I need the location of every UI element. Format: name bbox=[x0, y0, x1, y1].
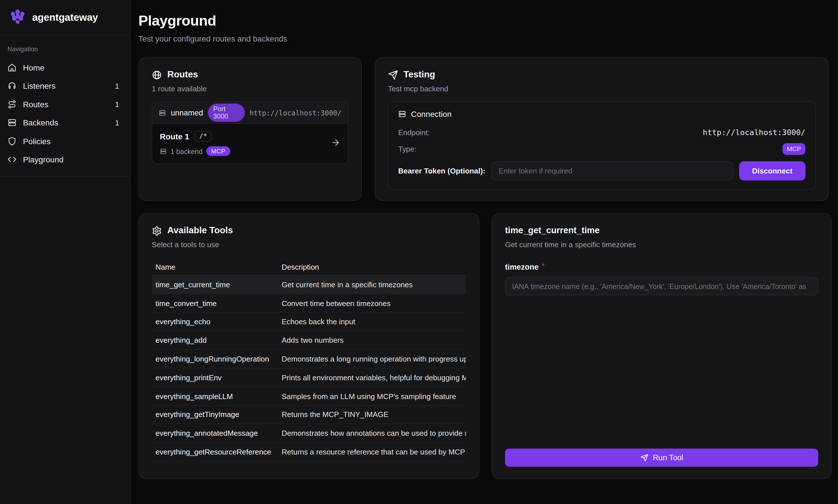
connection-panel: Connection Endpoint: http://localhost:30… bbox=[388, 102, 816, 190]
sidebar-item-label: Routes bbox=[23, 100, 48, 109]
sidebar-nav: Home Listeners 1 Routes 1 Backends 1 Pol… bbox=[0, 58, 130, 169]
sidebar-item-home[interactable]: Home bbox=[0, 58, 130, 77]
tool-row[interactable]: everything_addAdds two numbers bbox=[152, 331, 466, 350]
send-icon bbox=[640, 454, 648, 462]
tools-table-header: Name Description bbox=[152, 259, 466, 276]
tool-description: Echoes back the input bbox=[281, 318, 466, 326]
tool-description: Adds two numbers bbox=[281, 336, 466, 345]
tool-detail-title: time_get_current_time bbox=[505, 225, 818, 235]
backend-count: 1 backend bbox=[171, 147, 203, 155]
testing-card-subtitle: Test mcp backend bbox=[388, 85, 816, 93]
code-icon bbox=[7, 155, 17, 164]
routes-card: Routes 1 route available unnamed Port 30… bbox=[138, 57, 362, 201]
route-name: Route 1 bbox=[160, 132, 189, 141]
testing-card-title: Testing bbox=[404, 69, 435, 80]
tool-name: everything_echo bbox=[152, 318, 281, 326]
run-tool-label: Run Tool bbox=[653, 453, 683, 462]
tool-row[interactable]: everything_echoEchoes back the input bbox=[152, 312, 466, 331]
connection-title: Connection bbox=[411, 109, 451, 119]
tool-description: Prints all environment variables, helpfu… bbox=[281, 373, 466, 382]
type-label: Type: bbox=[398, 144, 416, 153]
tool-row[interactable]: time_get_current_timeGet current time in… bbox=[152, 276, 466, 294]
tool-description: Returns the MCP_TINY_IMAGE bbox=[281, 410, 466, 419]
shield-icon bbox=[7, 137, 17, 146]
tool-row[interactable]: everything_getTinyImageReturns the MCP_T… bbox=[152, 406, 466, 424]
sidebar-item-count: 1 bbox=[115, 118, 119, 127]
sidebar: agentgateway Navigation Home Listeners 1… bbox=[0, 0, 130, 504]
listener-name: unnamed bbox=[171, 108, 203, 117]
gear-icon bbox=[152, 226, 162, 236]
available-tools-card: Available Tools Select a tools to use Na… bbox=[138, 213, 479, 479]
tool-detail-card: time_get_current_time Get current time i… bbox=[492, 213, 832, 479]
sidebar-item-count: 1 bbox=[115, 82, 119, 90]
sidebar-item-label: Playground bbox=[23, 155, 64, 164]
tool-name: everything_annotatedMessage bbox=[152, 429, 281, 437]
port-badge: Port 3000 bbox=[208, 104, 245, 122]
tool-row[interactable]: time_convert_timeConvert time between ti… bbox=[152, 294, 466, 312]
sidebar-item-label: Backends bbox=[23, 118, 58, 127]
sidebar-item-policies[interactable]: Policies bbox=[0, 132, 130, 150]
tools-card-title: Available Tools bbox=[168, 225, 233, 236]
tool-row[interactable]: everything_annotatedMessageDemonstrates … bbox=[152, 424, 466, 443]
tool-name: time_convert_time bbox=[152, 299, 281, 307]
column-header-name: Name bbox=[152, 263, 281, 271]
routes-card-subtitle: 1 route available bbox=[152, 85, 348, 93]
tool-description: Returns a resource reference that can be… bbox=[281, 448, 466, 456]
sidebar-item-playground[interactable]: Playground bbox=[0, 150, 130, 169]
tool-name: everything_printEnv bbox=[152, 373, 281, 382]
app-root: agentgateway Navigation Home Listeners 1… bbox=[0, 0, 838, 504]
tool-description: Get current time in a specific timezones bbox=[281, 281, 466, 289]
timezone-field-label: timezone bbox=[505, 263, 539, 271]
tools-card-subtitle: Select a tools to use bbox=[152, 240, 466, 249]
tool-name: everything_add bbox=[152, 336, 281, 345]
tool-description: Demonstrates a long running operation wi… bbox=[281, 355, 466, 363]
tool-name: time_get_current_time bbox=[152, 281, 281, 289]
page-header: Playground Test your configured routes a… bbox=[138, 13, 287, 43]
endpoint-value: http://localhost:3000/ bbox=[703, 128, 806, 137]
tool-row[interactable]: everything_printEnvPrints all environmen… bbox=[152, 368, 466, 387]
listener-row: unnamed Port 3000 http://localhost:3000/ bbox=[152, 102, 348, 124]
tool-description: Demonstrates how annotations can be used… bbox=[281, 429, 466, 437]
endpoint-label: Endpoint: bbox=[398, 128, 430, 137]
tool-name: everything_longRunningOperation bbox=[152, 355, 281, 363]
sidebar-item-label: Policies bbox=[23, 137, 51, 146]
tool-name: everything_getTinyImage bbox=[152, 410, 281, 419]
type-mcp-badge: MCP bbox=[783, 143, 805, 155]
testing-card: Testing Test mcp backend Connection Endp… bbox=[374, 57, 829, 201]
bearer-token-input[interactable] bbox=[491, 161, 733, 181]
route-item[interactable]: Route 1 /* 1 backend MCP bbox=[152, 124, 348, 164]
mcp-badge: MCP bbox=[206, 146, 230, 156]
timezone-input[interactable] bbox=[505, 277, 818, 295]
route-icon bbox=[7, 100, 17, 109]
tool-row[interactable]: everything_longRunningOperationDemonstra… bbox=[152, 350, 466, 368]
bearer-token-label: Bearer Token (Optional): bbox=[398, 167, 485, 175]
brand-logo[interactable]: agentgateway bbox=[0, 0, 130, 35]
home-icon bbox=[7, 63, 17, 72]
send-icon bbox=[388, 70, 398, 80]
tool-row[interactable]: everything_getResourceReferenceReturns a… bbox=[152, 443, 466, 461]
brand-name: agentgateway bbox=[32, 11, 98, 23]
sidebar-item-label: Home bbox=[23, 63, 45, 72]
headphones-icon bbox=[7, 82, 17, 90]
server-icon bbox=[7, 118, 17, 127]
column-header-description: Description bbox=[281, 263, 466, 271]
run-tool-button[interactable]: Run Tool bbox=[505, 449, 818, 467]
tool-name: everything_getResourceReference bbox=[152, 448, 281, 456]
tools-table: Name Description time_get_current_timeGe… bbox=[152, 259, 466, 462]
agentgateway-logo-icon bbox=[8, 8, 27, 26]
sidebar-item-routes[interactable]: Routes 1 bbox=[0, 95, 130, 113]
page-title: Playground bbox=[138, 13, 287, 29]
tool-row[interactable]: everything_sampleLLMSamples from an LLM … bbox=[152, 387, 466, 406]
required-marker: * bbox=[542, 262, 545, 270]
arrow-right-icon bbox=[331, 137, 341, 149]
sidebar-item-backends[interactable]: Backends 1 bbox=[0, 113, 130, 132]
server-icon bbox=[398, 110, 406, 118]
routes-card-title: Routes bbox=[168, 69, 198, 80]
globe-icon bbox=[152, 70, 162, 80]
sidebar-item-listeners[interactable]: Listeners 1 bbox=[0, 76, 130, 95]
disconnect-button[interactable]: Disconnect bbox=[739, 161, 806, 181]
server-icon bbox=[159, 109, 166, 116]
listener-url: http://localhost:3000/ bbox=[249, 109, 341, 116]
nav-section-label: Navigation bbox=[7, 46, 130, 53]
tool-detail-subtitle: Get current time in a specific timezones bbox=[505, 240, 818, 249]
